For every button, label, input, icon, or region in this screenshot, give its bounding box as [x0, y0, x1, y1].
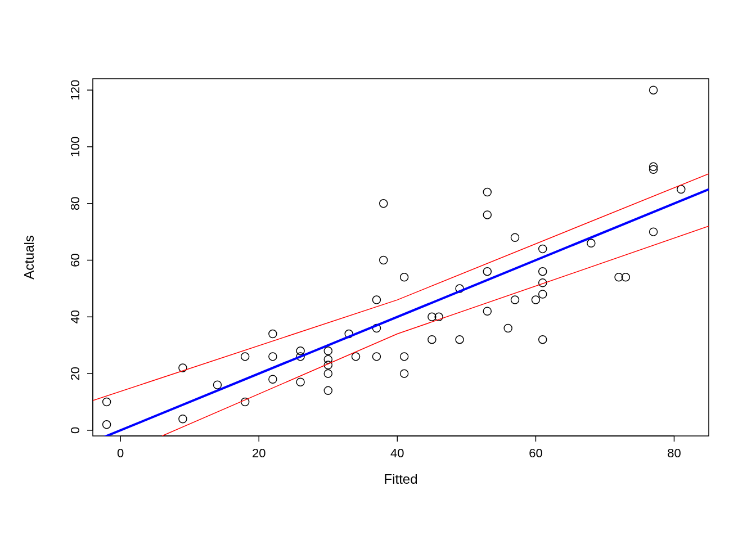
y-tick-label: 0: [68, 427, 82, 434]
y-tick-label: 60: [68, 253, 82, 267]
x-tick-label: 80: [667, 446, 681, 460]
data-point: [677, 186, 685, 194]
data-point: [324, 347, 332, 355]
data-point: [324, 356, 332, 363]
data-point: [380, 256, 388, 264]
data-point: [324, 370, 332, 377]
data-point: [539, 336, 547, 344]
y-tick-label: 120: [68, 80, 82, 101]
y-tick-label: 100: [68, 137, 82, 158]
data-point: [241, 353, 249, 361]
data-point: [483, 211, 491, 219]
data-point: [483, 307, 491, 315]
data-point: [532, 296, 539, 304]
scatter-chart: 020406080 020406080100120 Fitted Actuals: [0, 0, 756, 540]
data-point: [400, 353, 408, 361]
regression-line: [93, 190, 709, 442]
data-point: [324, 386, 332, 394]
x-axis: 020406080: [117, 436, 681, 460]
data-point: [511, 296, 519, 304]
data-point: [269, 353, 277, 361]
data-point: [103, 421, 111, 429]
data-point: [511, 233, 519, 241]
data-point: [296, 378, 304, 386]
upper-confidence-band: [93, 174, 709, 400]
data-point: [539, 245, 547, 253]
data-point: [269, 375, 277, 383]
data-point: [456, 336, 464, 344]
data-point: [213, 381, 221, 389]
data-point: [400, 370, 408, 377]
x-tick-label: 20: [252, 446, 266, 460]
y-axis: 020406080100120: [68, 80, 93, 434]
data-point: [400, 273, 408, 281]
x-tick-label: 60: [529, 446, 542, 460]
x-tick-label: 40: [390, 446, 404, 460]
data-point: [372, 296, 380, 304]
data-point: [103, 398, 111, 406]
data-point: [587, 239, 595, 247]
data-point: [428, 336, 436, 344]
y-tick-label: 20: [68, 367, 82, 380]
plot-border: [93, 79, 709, 436]
x-axis-label: Fitted: [384, 471, 417, 487]
data-point: [483, 188, 491, 196]
y-tick-label: 80: [68, 197, 82, 210]
data-point: [269, 330, 277, 338]
data-point: [539, 290, 547, 298]
y-axis-label: Actuals: [21, 235, 37, 280]
data-point: [504, 324, 512, 332]
data-point: [539, 268, 547, 276]
data-point: [483, 268, 491, 276]
data-point: [650, 86, 658, 94]
data-point: [352, 353, 360, 361]
y-tick-label: 40: [68, 310, 82, 323]
data-point: [650, 228, 658, 236]
lower-confidence-band: [162, 226, 709, 436]
data-points: [103, 86, 685, 429]
data-point: [179, 415, 187, 423]
data-point: [380, 200, 388, 208]
x-tick-label: 0: [117, 446, 124, 460]
data-point: [372, 353, 380, 361]
